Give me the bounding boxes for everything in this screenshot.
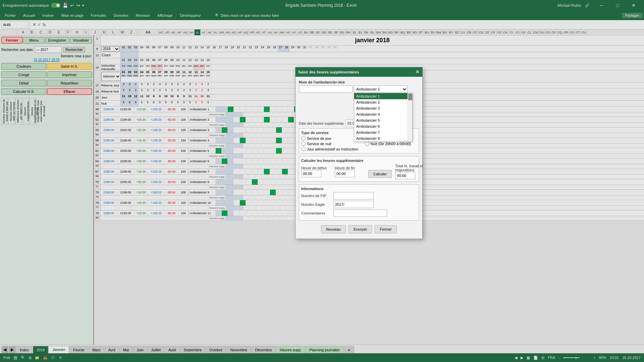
calculer-section: Calculer les heures supplémentaire Heure… (299, 156, 419, 182)
nom-input[interactable] (299, 85, 353, 93)
dropdown-ambu-5[interactable]: Ambulancier 5 (354, 117, 412, 123)
heure-debut-label: Heure de début (301, 166, 331, 170)
heure-fin-input[interactable] (335, 170, 355, 177)
radio-jour-label: Service de jour (307, 136, 331, 140)
nom-section: Nom de l'ambulancier-ière Ambulancier 1 … (299, 80, 419, 93)
eagle-label: Numéro Eagle (301, 202, 331, 206)
nom-input-row: Ambulancier 1 Ambulancier 2 Ambulancier … (299, 85, 419, 93)
date-label: Date des heures supplémenta (299, 122, 343, 125)
radio-jour: Service de jour (301, 136, 358, 140)
dropdown-ambu-6[interactable]: Ambulancier 6 (354, 123, 412, 129)
radio-nuit-input[interactable] (301, 141, 306, 146)
radio-admin-label: Jour administratif ou Instruction (307, 147, 358, 151)
dropdown-ambu-7[interactable]: Ambulancier 7 (354, 129, 412, 135)
dialog-body: Nom de l'ambulancier-ière Ambulancier 1 … (296, 77, 422, 239)
commentaires-label: Commentaires (301, 211, 331, 215)
heure-fin-label: Heure de fin (335, 166, 365, 170)
dialog-close-button[interactable]: ✕ (415, 69, 420, 75)
calculer-title: Calculer les heures supplémentaire (301, 159, 417, 163)
commentaires-input[interactable] (333, 209, 387, 217)
info-title: Informations (301, 187, 417, 191)
envoyer-button[interactable]: Envoyer (348, 225, 372, 233)
fermer-dialog-button[interactable]: Fermer (375, 225, 396, 233)
heure-debut-group: Heure de début (301, 166, 331, 177)
radio-admin: Jour administratif ou Instruction (301, 147, 358, 151)
radio-nuit2: Nuit (De 20h00 à 06h00) (365, 141, 411, 146)
scroll-thumb (408, 94, 412, 100)
total-group: Total hr. travail et majorations (395, 164, 425, 179)
dropdown-ambu-3[interactable]: Ambulancier 3 (354, 105, 412, 111)
calculer-row: Heure de début Heure de fin Calculer Tot… (301, 164, 417, 179)
fip-row: Numéro de FIP (301, 192, 417, 199)
radio-nuit: Service de nuit (301, 141, 358, 146)
dropdown-ambu-2[interactable]: Ambulancier 2 (354, 99, 412, 105)
dropdown-scrollbar[interactable] (408, 93, 412, 141)
heure-fin-group: Heure de fin (335, 166, 365, 177)
dialog-overlay: Saisir des heures supplémentaires ✕ Nom … (0, 0, 644, 362)
radio-jour-input[interactable] (301, 136, 306, 140)
dropdown-ambu-4[interactable]: Ambulancier 4 (354, 111, 412, 117)
dialog-footer: Nouveau Envoyer Fermer (299, 223, 419, 235)
radio-admin-input[interactable] (301, 147, 306, 151)
radio-nuit2-input[interactable] (365, 141, 369, 146)
calculer-button[interactable]: Calculer (368, 170, 392, 178)
nom-select[interactable]: Ambulancier 1 Ambulancier 2 Ambulancier … (354, 85, 408, 93)
radio-nuit2-label: Nuit (De 20h00 à 06h00) (371, 142, 411, 146)
total-input[interactable] (395, 172, 415, 179)
dropdown-ambu-1[interactable]: Ambulancier 1 (354, 93, 412, 99)
nom-label: Nom de l'ambulancier-ière (299, 80, 419, 84)
eagle-input[interactable] (333, 201, 374, 208)
ambulancier-dropdown-list: Ambulancier 1 Ambulancier 2 Ambulancier … (354, 93, 413, 142)
info-section: Informations Numéro de FIP Numéro Eagle … (299, 184, 419, 221)
dialog-title: Saisir des heures supplémentaires (298, 70, 359, 74)
radio-group-left: Service de jour Service de nuit Jour adm… (301, 136, 358, 151)
total-label: Total hr. travail et majorations (395, 164, 425, 172)
heure-debut-input[interactable] (301, 170, 321, 177)
nouveau-button[interactable]: Nouveau (321, 225, 346, 233)
heures-supp-dialog: Saisir des heures supplémentaires ✕ Nom … (295, 67, 423, 239)
dialog-title-bar: Saisir des heures supplémentaires ✕ (296, 67, 422, 77)
fip-label: Numéro de FIP (301, 194, 331, 198)
radio-nuit-label: Service de nuit (307, 142, 331, 146)
commentaires-row: Commentaires (301, 209, 417, 217)
dropdown-ambu-8[interactable]: Ambulancier 8 (354, 135, 412, 141)
fip-input[interactable] (333, 192, 374, 199)
eagle-row: Numéro Eagle (301, 201, 417, 208)
nom-dropdown-container: Ambulancier 1 Ambulancier 2 Ambulancier … (354, 85, 408, 93)
